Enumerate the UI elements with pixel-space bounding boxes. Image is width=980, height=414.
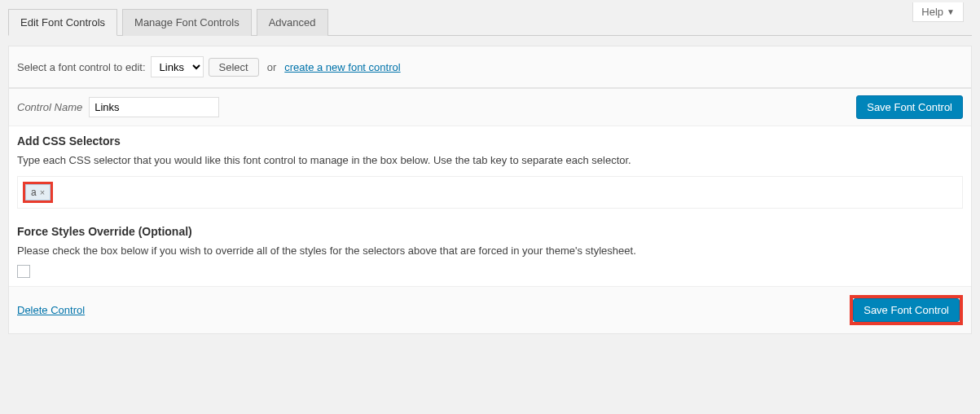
add-css-selectors-section: Add CSS Selectors Type each CSS selector… xyxy=(9,126,971,217)
selector-chip-label: a xyxy=(31,187,37,198)
chevron-down-icon: ▼ xyxy=(947,7,955,16)
delete-control-link[interactable]: Delete Control xyxy=(17,304,85,316)
font-control-selector-bar: Select a font control to edit: Links Sel… xyxy=(8,46,972,88)
control-header: Control Name Save Font Control xyxy=(9,89,971,126)
force-styles-override-section: Force Styles Override (Optional) Please … xyxy=(9,217,971,286)
create-new-font-control-link[interactable]: create a new font control xyxy=(284,61,400,73)
control-name-label: Control Name xyxy=(17,101,82,113)
tab-advanced[interactable]: Advanced xyxy=(257,9,328,36)
force-override-checkbox[interactable] xyxy=(17,265,30,278)
save-font-control-button-top[interactable]: Save Font Control xyxy=(856,95,963,119)
selector-label: Select a font control to edit: xyxy=(17,61,146,73)
help-label: Help xyxy=(921,6,943,18)
remove-selector-icon[interactable]: × xyxy=(40,187,45,197)
font-control-select[interactable]: Links xyxy=(151,56,204,77)
force-override-heading: Force Styles Override (Optional) xyxy=(17,225,963,238)
add-css-selectors-desc: Type each CSS selector that you would li… xyxy=(17,154,963,166)
panel-footer: Delete Control Save Font Control xyxy=(9,286,971,333)
tab-edit-font-controls[interactable]: Edit Font Controls xyxy=(8,9,117,36)
control-name-input[interactable] xyxy=(89,97,219,117)
tab-bar: Edit Font Controls Manage Font Controls … xyxy=(8,8,972,36)
add-css-selectors-heading: Add CSS Selectors xyxy=(17,134,963,148)
or-text: or xyxy=(267,61,277,73)
font-control-panel: Control Name Save Font Control Add CSS S… xyxy=(8,88,972,334)
highlight-annotation: a × xyxy=(23,182,53,203)
css-selector-input[interactable]: a × xyxy=(17,176,963,209)
highlight-annotation: Save Font Control xyxy=(850,295,963,325)
force-override-desc: Please check the box below if you wish t… xyxy=(17,244,963,257)
selector-chip[interactable]: a × xyxy=(25,184,51,200)
select-button[interactable]: Select xyxy=(209,58,259,77)
save-font-control-button-bottom[interactable]: Save Font Control xyxy=(853,298,960,322)
help-tab[interactable]: Help ▼ xyxy=(912,2,964,22)
tab-manage-font-controls[interactable]: Manage Font Controls xyxy=(122,9,252,36)
